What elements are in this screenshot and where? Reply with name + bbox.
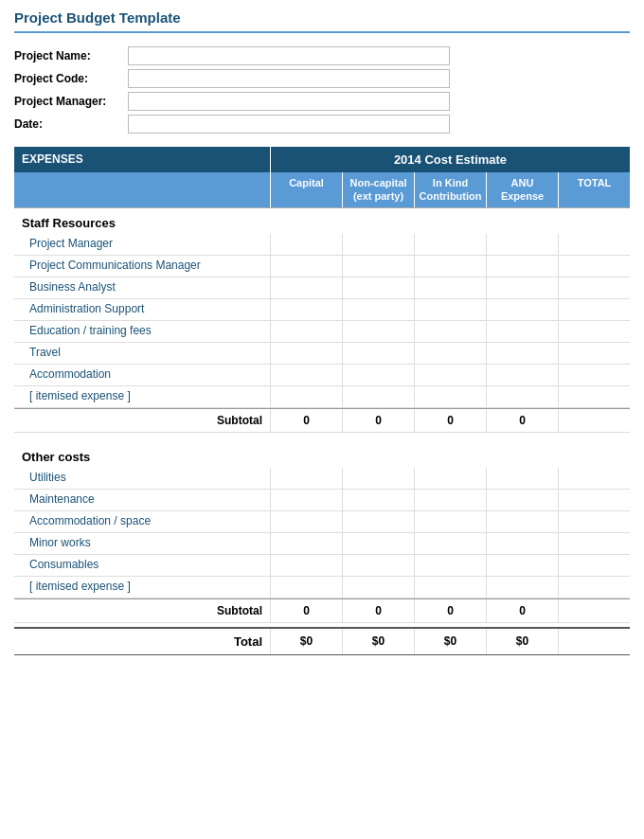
row-label: Education / training fees [14,321,270,342]
cell-inkind[interactable] [414,234,486,255]
cell-capital[interactable] [270,386,342,407]
cell-total [558,321,630,342]
cell-anuexpense[interactable] [486,511,558,532]
cell-anuexpense[interactable] [486,321,558,342]
table-row: Project Communications Manager [14,256,630,277]
cell-noncapital[interactable] [342,555,414,576]
date-label: Date: [14,117,128,131]
column-headers: Capital Non-capital(ext party) In KindCo… [14,172,630,208]
cell-noncapital[interactable] [342,256,414,277]
cell-capital[interactable] [270,321,342,342]
cell-total [558,277,630,298]
cell-capital[interactable] [270,277,342,298]
cell-capital[interactable] [270,533,342,554]
cell-anuexpense[interactable] [486,234,558,255]
cell-noncapital[interactable] [342,343,414,364]
cell-anuexpense[interactable] [486,365,558,385]
expenses-left-header: EXPENSES [14,147,270,172]
cell-inkind[interactable] [414,299,486,320]
cell-anuexpense[interactable] [486,386,558,407]
staff-subtotal-row: Subtotal 0 0 0 0 [14,408,630,433]
cell-capital[interactable] [270,365,342,385]
other-subtotal-total [558,599,630,622]
project-code-input[interactable] [128,69,450,88]
other-subtotal-noncapital: 0 [342,599,414,622]
grand-total-label: Total [14,629,270,654]
col-header-anuexpense: ANU Expense [486,172,558,207]
table-row: Accommodation / space [14,511,630,533]
staff-resources-section: Staff Resources Project Manager Project … [14,208,630,433]
cell-noncapital[interactable] [342,277,414,298]
expenses-right-header: 2014 Cost Estimate [270,147,630,172]
cell-inkind[interactable] [414,490,486,510]
row-label: Administration Support [14,299,270,320]
cell-noncapital[interactable] [342,365,414,385]
grand-total-anuexpense: $0 [486,629,558,654]
table-row: [ itemised expense ] [14,386,630,408]
staff-subtotal-label: Subtotal [14,409,270,432]
cell-inkind[interactable] [414,577,486,598]
cell-capital[interactable] [270,490,342,510]
cell-noncapital[interactable] [342,234,414,255]
cell-inkind[interactable] [414,365,486,385]
other-costs-section: Other costs Utilities Maintenance Accomm… [14,442,630,623]
cell-noncapital[interactable] [342,577,414,598]
cell-capital[interactable] [270,468,342,489]
staff-resources-title: Staff Resources [14,208,630,234]
cell-anuexpense[interactable] [486,490,558,510]
cell-capital[interactable] [270,555,342,576]
table-row: [ itemised expense ] [14,577,630,598]
cell-inkind[interactable] [414,386,486,407]
cell-noncapital[interactable] [342,386,414,407]
cell-inkind[interactable] [414,321,486,342]
cell-noncapital[interactable] [342,490,414,510]
date-input[interactable] [128,115,450,134]
cell-noncapital[interactable] [342,468,414,489]
cell-anuexpense[interactable] [486,468,558,489]
table-row: Business Analyst [14,277,630,299]
col-header-inkind: In KindContribution [414,172,486,207]
cell-inkind[interactable] [414,256,486,277]
cell-noncapital[interactable] [342,299,414,320]
staff-subtotal-anuexpense: 0 [486,409,558,432]
cell-inkind[interactable] [414,468,486,489]
cell-total [558,555,630,576]
project-name-label: Project Name: [14,49,128,62]
cell-capital[interactable] [270,511,342,532]
cell-anuexpense[interactable] [486,555,558,576]
cell-capital[interactable] [270,343,342,364]
grand-total-total [558,629,630,654]
cell-noncapital[interactable] [342,533,414,554]
table-row: Minor works [14,533,630,555]
cell-anuexpense[interactable] [486,299,558,320]
cell-anuexpense[interactable] [486,533,558,554]
other-costs-title: Other costs [14,442,630,468]
cell-capital[interactable] [270,234,342,255]
cell-noncapital[interactable] [342,321,414,342]
cell-capital[interactable] [270,577,342,598]
project-manager-input[interactable] [128,92,450,111]
cell-inkind[interactable] [414,533,486,554]
row-label: Business Analyst [14,277,270,298]
table-row: Utilities [14,468,630,490]
cell-inkind[interactable] [414,555,486,576]
cell-inkind[interactable] [414,343,486,364]
cell-total [558,533,630,554]
cell-capital[interactable] [270,256,342,277]
cell-noncapital[interactable] [342,511,414,532]
project-name-input[interactable] [128,46,450,65]
row-label: Travel [14,343,270,364]
table-row: Accommodation [14,365,630,386]
cell-capital[interactable] [270,299,342,320]
cell-inkind[interactable] [414,277,486,298]
row-label: Project Manager [14,234,270,255]
grand-total-capital: $0 [270,629,342,654]
cell-anuexpense[interactable] [486,577,558,598]
cell-inkind[interactable] [414,511,486,532]
cell-anuexpense[interactable] [486,343,558,364]
col-header-capital: Capital [270,172,342,207]
table-row: Administration Support [14,299,630,321]
cell-anuexpense[interactable] [486,256,558,277]
cell-anuexpense[interactable] [486,277,558,298]
staff-subtotal-inkind: 0 [414,409,486,432]
